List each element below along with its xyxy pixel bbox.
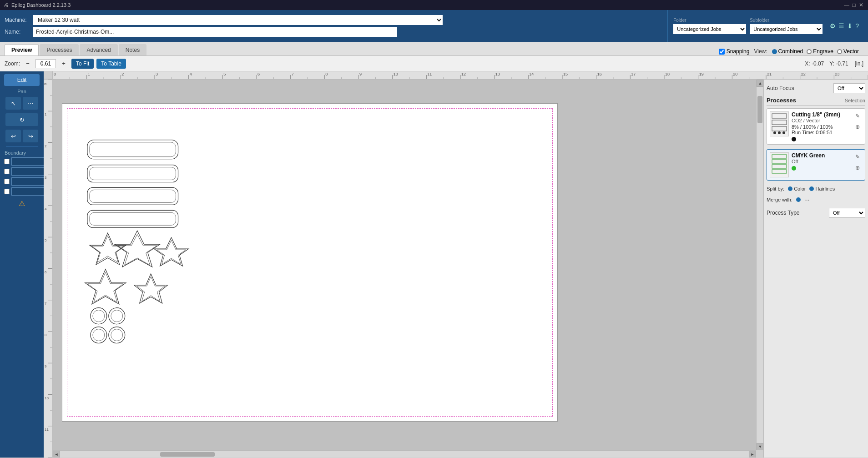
y-coord: Y: -0.71 <box>829 60 848 67</box>
split-hairlines-option[interactable]: Hairlines <box>809 186 835 191</box>
process-type-select[interactable]: Off <box>829 208 865 218</box>
view-vector[interactable]: Vector <box>837 48 859 55</box>
to-fit-button[interactable]: To Fit <box>71 59 94 69</box>
canvas-viewport[interactable]: ▲ ▼ ◄ ► <box>53 80 763 458</box>
tab-processes[interactable]: Processes <box>40 44 79 55</box>
merge-with-row: Merge with: ··· <box>767 195 865 204</box>
boundary-check-1[interactable] <box>4 169 10 174</box>
process-card-cmyk-green[interactable]: CMYK Green Off ✎ ⊕ <box>767 149 865 181</box>
redo-button[interactable]: ↪ <box>23 130 38 142</box>
boundary-check-2[interactable] <box>4 179 10 184</box>
process-sub-cmyk: Off <box>792 159 850 164</box>
svg-rect-111 <box>90 142 176 157</box>
process-edit-cutting[interactable]: ✎ <box>853 111 862 121</box>
svg-marker-123 <box>157 240 186 264</box>
svg-text:7: 7 <box>45 302 47 306</box>
svg-text:13: 13 <box>495 72 500 76</box>
select-arrow-button[interactable]: ↖ <box>5 97 21 110</box>
zoom-value-input[interactable] <box>35 59 56 68</box>
x-coord: X: -0.07 <box>805 60 824 67</box>
boundary-label: Boundary <box>5 150 26 156</box>
scroll-right-arrow[interactable]: ► <box>749 451 756 458</box>
topbar-icons: ⚙ ☰ ⬇ ? <box>826 22 863 30</box>
folder-select[interactable]: Uncategorized Jobs <box>673 24 746 34</box>
svg-text:12: 12 <box>461 72 466 76</box>
svg-rect-117 <box>90 212 176 225</box>
svg-text:2: 2 <box>121 72 124 76</box>
scroll-down-arrow[interactable]: ▼ <box>757 443 763 450</box>
hscroll-thumb[interactable] <box>160 452 215 457</box>
svg-rect-142 <box>772 155 787 158</box>
edit-button[interactable]: Edit <box>4 74 40 86</box>
rotate-button[interactable]: ↻ <box>5 113 38 126</box>
view-combined[interactable]: Combined <box>772 48 803 55</box>
menu-icon[interactable]: ☰ <box>838 22 844 30</box>
download-icon[interactable]: ⬇ <box>847 22 853 30</box>
minimize-button[interactable]: — <box>843 2 850 8</box>
svg-text:1: 1 <box>45 112 47 116</box>
view-engrave[interactable]: Engrave <box>807 48 833 55</box>
split-color-option[interactable]: Color <box>788 186 806 191</box>
svg-marker-124 <box>85 269 126 304</box>
vertical-scrollbar[interactable]: ▲ ▼ <box>756 80 763 450</box>
process-name-cutting: Cutting 1/8" (3mm) <box>792 111 850 118</box>
svg-rect-136 <box>772 114 787 118</box>
coordinates-display: X: -0.07 Y: -0.71 <box>805 60 848 67</box>
engrave-radio[interactable] <box>807 49 812 54</box>
process-copy-cutting[interactable]: ⊕ <box>853 122 862 131</box>
tab-notes[interactable]: Notes <box>119 44 146 55</box>
boundary-check-0[interactable] <box>4 159 10 164</box>
process-name-cmyk: CMYK Green <box>792 152 850 159</box>
to-table-button[interactable]: To Table <box>96 59 126 69</box>
boundary-row-0 <box>4 157 40 166</box>
vscroll-thumb[interactable] <box>757 96 762 123</box>
scroll-corner <box>756 450 763 458</box>
svg-point-140 <box>778 131 781 134</box>
close-button[interactable]: ✕ <box>858 2 864 8</box>
svg-marker-118 <box>90 233 126 265</box>
name-input[interactable] <box>33 27 397 37</box>
split-color-label: Color <box>794 186 806 191</box>
scroll-left-arrow[interactable]: ◄ <box>53 451 60 458</box>
tab-advanced[interactable]: Advanced <box>80 44 117 55</box>
svg-text:14: 14 <box>529 72 534 76</box>
scroll-up-arrow[interactable]: ▲ <box>757 80 763 87</box>
split-color-radio[interactable] <box>788 186 792 191</box>
help-icon[interactable]: ? <box>855 22 859 30</box>
svg-text:8: 8 <box>45 333 47 337</box>
split-hairlines-radio[interactable] <box>809 186 814 191</box>
settings-icon[interactable]: ⚙ <box>830 22 836 30</box>
process-edit-cmyk[interactable]: ✎ <box>853 152 862 161</box>
process-card-cutting[interactable]: Cutting 1/8" (3mm) CO2 / Vector 8% / 100… <box>767 108 865 145</box>
process-copy-cmyk[interactable]: ⊕ <box>853 163 862 172</box>
boundary-row-3 <box>4 187 40 196</box>
vector-radio[interactable] <box>837 49 842 54</box>
tab-preview[interactable]: Preview <box>5 44 39 55</box>
zoom-out-button[interactable]: − <box>23 59 33 69</box>
boundary-row-1 <box>4 167 40 176</box>
undo-button[interactable]: ↩ <box>5 130 21 142</box>
snapping-label: Snapping <box>727 48 750 55</box>
toolbar: Zoom: − + To Fit To Table X: -0.07 Y: -0… <box>0 56 868 71</box>
svg-text:10: 10 <box>45 396 49 400</box>
merge-radio[interactable] <box>796 197 801 202</box>
svg-point-129 <box>93 310 105 322</box>
tabs: Preview Processes Advanced Notes Snappin… <box>0 42 868 55</box>
pan-tool-button[interactable]: ⋯ <box>23 97 38 110</box>
combined-radio[interactable] <box>772 49 777 54</box>
titlebar-controls[interactable]: — □ ✕ <box>843 2 864 8</box>
snapping-checkbox[interactable] <box>719 49 725 55</box>
autofocus-select[interactable]: Off <box>833 83 865 93</box>
zoom-in-button[interactable]: + <box>59 59 69 69</box>
maximize-button[interactable]: □ <box>851 2 857 8</box>
process-values-cutting: 8% / 100% / 100% <box>792 124 850 130</box>
svg-point-131 <box>111 310 123 322</box>
boundary-check-3[interactable] <box>4 189 10 194</box>
subfolder-select[interactable]: Uncategorized Jobs <box>750 24 823 34</box>
vertical-ruler: in.1234567891011 <box>44 80 53 458</box>
tool-row: ↖ ⋯ <box>5 97 38 110</box>
name-label: Name: <box>5 29 30 35</box>
machine-select[interactable]: Maker 12 30 watt <box>33 15 443 25</box>
snapping-checkbox-group[interactable]: Snapping <box>719 48 750 55</box>
process-icons-cutting: ✎ ⊕ <box>853 111 862 141</box>
